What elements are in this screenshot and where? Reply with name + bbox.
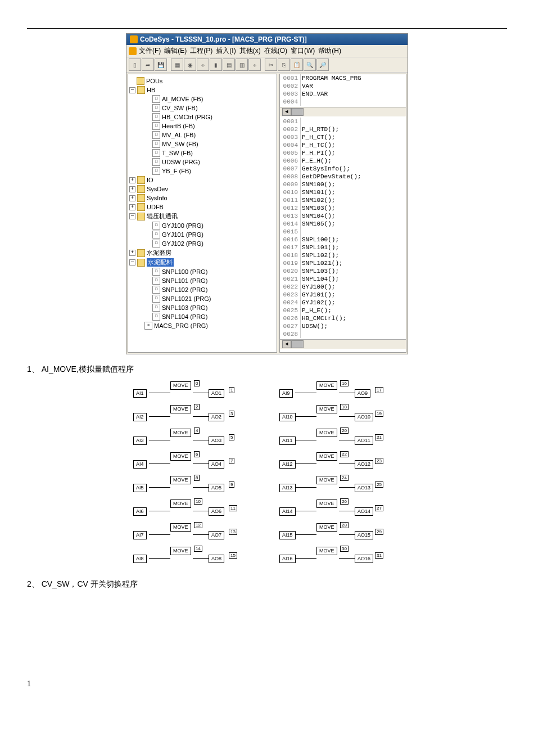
tb-find[interactable]: 🔍 bbox=[304, 58, 316, 71]
code-line[interactable]: 0025P_H_E(); bbox=[280, 307, 406, 314]
code-line[interactable]: 0002VAR bbox=[280, 82, 406, 90]
code-line[interactable]: 0004 bbox=[280, 98, 406, 106]
tree-node[interactable]: +SysDev bbox=[129, 184, 275, 194]
code-line[interactable]: 0009SNM100(); bbox=[280, 181, 406, 188]
tree-node[interactable]: +SysInfo bbox=[129, 194, 275, 202]
menu-other[interactable]: 其他(x) bbox=[239, 46, 261, 56]
tree-node[interactable]: □CV_SW (FB) bbox=[129, 104, 275, 112]
tree-node[interactable]: □UDSW (PRG) bbox=[129, 158, 275, 166]
tree-node[interactable]: +IO bbox=[129, 176, 275, 184]
tb-b3[interactable]: ⟐ bbox=[197, 58, 209, 71]
code-line[interactable]: 0006P_E_H(); bbox=[280, 157, 406, 165]
tree-node[interactable]: □SNPL103 (PRG) bbox=[129, 303, 275, 312]
scroll-left-icon[interactable]: ◄ bbox=[282, 108, 291, 116]
tb-b4[interactable]: ▮ bbox=[210, 58, 222, 71]
code-line[interactable]: 0004P_H_TC(); bbox=[280, 141, 406, 149]
expander-icon[interactable]: + bbox=[129, 186, 135, 192]
tb-open[interactable]: ➦ bbox=[142, 58, 154, 71]
tree-node[interactable]: □HeartB (FB) bbox=[129, 122, 275, 130]
code-line[interactable]: 0028 bbox=[280, 330, 406, 338]
menu-insert[interactable]: 插入(I) bbox=[216, 46, 236, 56]
menu-window[interactable]: 窗口(W) bbox=[291, 46, 315, 56]
code-line[interactable]: 0021SNPL104(); bbox=[280, 275, 406, 283]
code-line[interactable]: 0027UDSW(); bbox=[280, 322, 406, 330]
code-line[interactable]: 0005P_H_PI(); bbox=[280, 149, 406, 157]
code-line[interactable]: 0002P_H_RTD(); bbox=[280, 125, 406, 133]
code-line[interactable]: 0014SNM105(); bbox=[280, 220, 406, 228]
code-line[interactable]: 0008GetDPDevState(); bbox=[280, 173, 406, 181]
code-line[interactable]: 0026HB_CMCtrl(); bbox=[280, 314, 406, 322]
tree-label: UDSW (PRG) bbox=[162, 159, 200, 165]
expander-icon[interactable]: + bbox=[129, 204, 135, 210]
expander-icon[interactable]: + bbox=[129, 250, 135, 256]
code-line[interactable]: 0024GYJ102(); bbox=[280, 299, 406, 307]
code-line[interactable]: 0018SNPL102(); bbox=[280, 251, 406, 259]
code-line[interactable]: 0001 bbox=[280, 118, 406, 125]
tree-node[interactable]: –水泥配料 bbox=[129, 258, 275, 267]
code-editor[interactable]: 0001PROGRAM MACS_PRG0002VAR0003END_VAR00… bbox=[279, 74, 406, 353]
tb-findnext[interactable]: 🔎 bbox=[316, 58, 329, 71]
tb-b5[interactable]: ▤ bbox=[223, 58, 235, 71]
tree-node[interactable]: □GYJ101 (PRG) bbox=[129, 230, 275, 239]
code-line[interactable]: 0017SNPL101(); bbox=[280, 244, 406, 251]
expander-icon[interactable]: – bbox=[129, 87, 135, 93]
pou-tree[interactable]: POUs–HB□AI_MOVE (FB)□CV_SW (FB)□HB_CMCtr… bbox=[128, 74, 277, 353]
tree-node[interactable]: □AI_MOVE (FB) bbox=[129, 94, 275, 104]
menu-file[interactable]: 文件(F) bbox=[139, 46, 161, 56]
scroll-thumb-2[interactable] bbox=[291, 340, 304, 348]
code-text: GetDPDevState(); bbox=[302, 173, 361, 180]
tree-node[interactable]: □SNPL101 (PRG) bbox=[129, 276, 275, 285]
tb-save[interactable]: 💾 bbox=[155, 58, 167, 71]
code-line[interactable]: 0023GYJ101(); bbox=[280, 291, 406, 299]
menu-edit[interactable]: 编辑(E) bbox=[164, 46, 187, 56]
menu-project[interactable]: 工程(P) bbox=[190, 46, 212, 56]
code-line[interactable]: 0022GYJ100(); bbox=[280, 283, 406, 291]
code-line[interactable]: 0015 bbox=[280, 228, 406, 236]
code-line[interactable]: 0020SNPL103(); bbox=[280, 267, 406, 275]
tree-node[interactable]: –HB bbox=[129, 86, 275, 94]
fbd-block: MOVE28AI15AO1529 bbox=[278, 522, 402, 546]
tree-node[interactable]: □SNPL102 (PRG) bbox=[129, 285, 275, 294]
tb-copy[interactable]: ⎘ bbox=[278, 58, 290, 71]
code-line[interactable]: 0016SNPL100(); bbox=[280, 236, 406, 244]
tree-node[interactable]: –辊压机通讯 bbox=[129, 212, 275, 221]
tb-b1[interactable]: ▦ bbox=[171, 58, 183, 71]
tree-node[interactable]: +UDFB bbox=[129, 202, 275, 212]
scroll-left-icon-2[interactable]: ◄ bbox=[282, 340, 291, 348]
tree-node[interactable]: □SNPL1021 (PRG) bbox=[129, 294, 275, 303]
tree-node[interactable]: □YB_F (FB) bbox=[129, 166, 275, 176]
tree-node[interactable]: □SNPL104 (PRG) bbox=[129, 312, 275, 321]
menu-help[interactable]: 帮助(H) bbox=[318, 46, 341, 56]
tree-node[interactable]: □MV_SW (FB) bbox=[129, 140, 275, 148]
expander-icon[interactable]: + bbox=[129, 177, 135, 183]
code-line[interactable]: 0001PROGRAM MACS_PRG bbox=[280, 74, 406, 82]
tb-cut[interactable]: ✂ bbox=[265, 58, 277, 71]
tree-node[interactable]: □GYJ102 (PRG) bbox=[129, 239, 275, 248]
tb-paste[interactable]: 📋 bbox=[291, 58, 303, 71]
expander-icon[interactable]: – bbox=[129, 213, 135, 219]
tree-node[interactable]: □SNPL100 (PRG) bbox=[129, 267, 275, 276]
tree-node[interactable]: ≡MACS_PRG (PRG) bbox=[129, 321, 275, 330]
tb-b6[interactable]: ▥ bbox=[236, 58, 248, 71]
tree-node[interactable]: □T_SW (FB) bbox=[129, 148, 275, 158]
expander-icon[interactable]: – bbox=[129, 259, 135, 266]
tb-b2[interactable]: ◉ bbox=[184, 58, 196, 71]
tree-node[interactable]: POUs bbox=[129, 76, 275, 86]
code-line[interactable]: 0007GetSysInfo(); bbox=[280, 165, 406, 173]
code-line[interactable]: 0010SNM101(); bbox=[280, 188, 406, 196]
expander-icon[interactable]: + bbox=[129, 195, 135, 201]
code-line[interactable]: 0012SNM103(); bbox=[280, 204, 406, 212]
code-line[interactable]: 0011SNM102(); bbox=[280, 196, 406, 204]
code-line[interactable]: 0019SNPL1021(); bbox=[280, 259, 406, 267]
menu-online[interactable]: 在线(O) bbox=[264, 46, 287, 56]
code-line[interactable]: 0013SNM104(); bbox=[280, 212, 406, 220]
tree-node[interactable]: □GYJ100 (PRG) bbox=[129, 221, 275, 230]
code-line[interactable]: 0003END_VAR bbox=[280, 90, 406, 98]
tb-new[interactable]: ▯ bbox=[129, 58, 141, 71]
tb-b7[interactable]: ⟐ bbox=[248, 58, 261, 71]
code-line[interactable]: 0003P_H_CT(); bbox=[280, 133, 406, 141]
tree-node[interactable]: +水泥磨房 bbox=[129, 248, 275, 258]
tree-node[interactable]: □MV_AL (FB) bbox=[129, 130, 275, 140]
tree-node[interactable]: □HB_CMCtrl (PRG) bbox=[129, 112, 275, 122]
scroll-thumb[interactable] bbox=[291, 108, 304, 116]
